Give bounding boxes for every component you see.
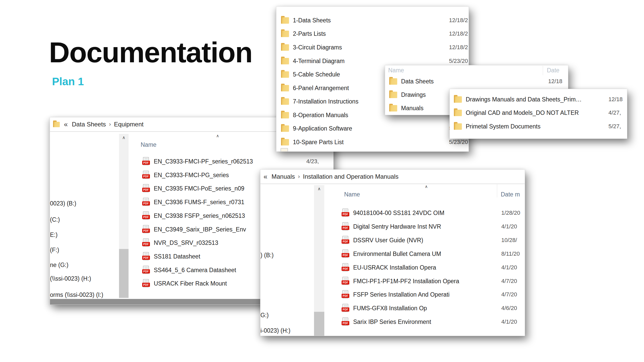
pdf-icon: PDF bbox=[342, 304, 349, 313]
folder-row[interactable]: 9-Application Software 5/ bbox=[281, 124, 469, 133]
folder-row[interactable]: Data Sheets 12/18 bbox=[389, 77, 568, 86]
folder-icon bbox=[389, 92, 397, 98]
date-modified: 5/23/20 bbox=[449, 58, 468, 64]
file-row[interactable]: PDF FMCI-PF1-PF1M-PF2 Installation Opera… bbox=[342, 277, 525, 286]
pdf-icon: PDF bbox=[142, 279, 150, 288]
vertical-scrollbar[interactable]: ∧ bbox=[314, 185, 324, 336]
name-column-header[interactable]: Name bbox=[344, 191, 360, 198]
date-modified: 4/6/20 bbox=[501, 305, 517, 312]
date-modified: 4/7/20 bbox=[501, 291, 517, 298]
pdf-icon: PDF bbox=[342, 249, 349, 258]
file-name: 940181004-00 SS181 24VDC OIM bbox=[353, 210, 444, 217]
folder-name: 8-Operation Manuals bbox=[293, 112, 348, 119]
sidebar-drive-item[interactable]: orms (\\ssi-0023) (I:) bbox=[50, 291, 103, 299]
vertical-scrollbar[interactable]: ∧ bbox=[119, 134, 129, 298]
breadcrumb-item[interactable]: Installation and Operation Manuals bbox=[303, 173, 399, 180]
date-modified: 12/18/2 bbox=[449, 44, 468, 51]
sidebar-drive-item[interactable]: i-0023) (H:) bbox=[260, 327, 290, 334]
folder-icon bbox=[281, 98, 289, 105]
folder-row[interactable]: Primetal System Documents 5/27, bbox=[454, 122, 627, 131]
folder-row[interactable]: 3-Circuit Diagrams 12/18/2 bbox=[281, 43, 469, 52]
pdf-icon: PDF bbox=[142, 171, 150, 179]
file-name: EN_C3935 FMCI-PoE_series_n09 bbox=[154, 185, 244, 192]
file-name: EU-USRACK Installation Opera bbox=[353, 264, 436, 271]
breadcrumb-back-icon[interactable]: « bbox=[264, 173, 267, 181]
file-row[interactable]: PDF FSFP Series Installation And Operati… bbox=[342, 290, 525, 299]
scrollbar-thumb[interactable] bbox=[50, 299, 269, 305]
sidebar-drive-item[interactable]: (F:) bbox=[50, 246, 59, 254]
file-row[interactable]: PDF DSSRV User Guide (NVR) 10/28/ bbox=[342, 236, 525, 245]
file-name: FUMS-GFX8 Installation Op bbox=[353, 305, 427, 312]
folder-icon bbox=[281, 71, 289, 78]
date-modified: 4/27, bbox=[608, 109, 621, 116]
pdf-icon: PDF bbox=[342, 317, 349, 326]
folder-icon bbox=[389, 78, 397, 85]
sidebar-drive-item[interactable]: (C:) bbox=[50, 216, 60, 223]
scroll-up-icon[interactable]: ∧ bbox=[119, 135, 129, 140]
folder-icon bbox=[389, 105, 397, 111]
file-row[interactable]: PDF Environmental Bullet Camera UM 8/11/… bbox=[342, 249, 525, 258]
file-row[interactable]: PDF FUMS-GFX8 Installation Op 4/6/20 bbox=[342, 304, 525, 313]
folder-icon bbox=[281, 112, 289, 118]
date-modified: 1/28/20 bbox=[501, 210, 520, 216]
name-column-header[interactable]: Name bbox=[388, 67, 404, 74]
pdf-icon: PDF bbox=[142, 157, 150, 166]
date-column-header[interactable]: Date m bbox=[501, 191, 520, 198]
sort-asc-icon: ∧ bbox=[216, 133, 219, 138]
folder-name: 7-Installation Instructions bbox=[293, 98, 358, 105]
file-name: EN_C3936 FUMS-F_series_r0731 bbox=[154, 199, 244, 206]
folder-row[interactable]: 4-Terminal Diagram 5/23/20 bbox=[281, 56, 469, 66]
pdf-icon: PDF bbox=[142, 225, 150, 234]
scrollbar-thumb[interactable] bbox=[119, 249, 129, 298]
folder-icon bbox=[53, 122, 60, 127]
folder-row[interactable]: 2-Parts Lists 12/18/2 bbox=[281, 29, 469, 38]
folder-icon bbox=[281, 31, 289, 37]
pdf-icon: PDF bbox=[142, 184, 150, 193]
file-name: SS464_5_6 Camera Datasheet bbox=[154, 267, 236, 274]
file-row[interactable]: PDF 940181004-00 SS181 24VDC OIM 1/28/20 bbox=[342, 208, 525, 218]
file-row[interactable]: PDF EN_C3933-FMCI-PF_series_r062513 4/23… bbox=[142, 157, 333, 166]
date-modified: 12/18/2 bbox=[449, 30, 468, 37]
scroll-up-icon[interactable]: ∧ bbox=[314, 186, 324, 192]
folder-icon bbox=[454, 123, 462, 130]
folder-row[interactable]: 10-Spare Parts List 5/23/20 bbox=[281, 137, 469, 147]
date-modified: 10/28/ bbox=[501, 237, 517, 244]
window-manuals: « Manuals › Installation and Operation M… bbox=[260, 169, 525, 336]
pdf-icon: PDF bbox=[142, 238, 150, 247]
file-row[interactable]: PDF Sarix IBP Series Environment 4/1/20 bbox=[342, 317, 525, 326]
breadcrumb-item[interactable]: Manuals bbox=[272, 173, 295, 180]
folder-row[interactable]: Drawings Manuals and Data Sheets_Prim… 1… bbox=[454, 95, 627, 104]
sidebar-drive-item[interactable]: ) (B:) bbox=[260, 251, 274, 259]
sort-asc-icon: ∧ bbox=[425, 184, 428, 189]
breadcrumb-back-icon[interactable]: « bbox=[64, 120, 68, 128]
file-row[interactable]: PDF Digital Sentry Hardware Inst NVR 4/1… bbox=[342, 222, 525, 231]
breadcrumb-item[interactable]: Data Sheets bbox=[72, 121, 106, 128]
date-column-header[interactable]: Date bbox=[547, 67, 560, 74]
scrollbar-thumb[interactable] bbox=[314, 312, 324, 336]
pdf-icon: PDF bbox=[342, 263, 349, 272]
folder-name: 4-Terminal Diagram bbox=[293, 58, 345, 65]
chevron-right-icon: › bbox=[298, 173, 300, 180]
sidebar-drive-item[interactable]: 0023) (B:) bbox=[50, 200, 76, 207]
file-row[interactable]: PDF EU-USRACK Installation Opera 4/1/20 bbox=[342, 263, 525, 272]
window-primetal-folders: Drawings Manuals and Data Sheets_Prim… 1… bbox=[450, 89, 627, 139]
folder-icon bbox=[281, 125, 289, 132]
sidebar-drive-item[interactable]: (\\ssi-0023) (H:) bbox=[50, 275, 91, 282]
file-name: EN_C3933-FMCI-PF_series_r062513 bbox=[154, 158, 253, 165]
date-modified: 5/23/20 bbox=[449, 139, 468, 145]
sidebar-drive-item[interactable]: ne (G:) bbox=[50, 261, 69, 269]
date-modified: 12/18/2 bbox=[449, 17, 468, 24]
sidebar-drive-item[interactable]: E:) bbox=[50, 231, 57, 239]
folder-icon bbox=[281, 44, 289, 51]
folder-row[interactable]: 1-Data Sheets 12/18/2 bbox=[281, 16, 469, 25]
breadcrumb-item[interactable]: Equipment bbox=[114, 121, 143, 128]
folder-name: 10-Spare Parts List bbox=[293, 139, 344, 146]
name-column-header[interactable]: Name bbox=[141, 141, 156, 148]
file-name: EN_C3949_Sarix_IBP_Series_Env bbox=[154, 226, 246, 233]
column-divider bbox=[543, 66, 543, 75]
sidebar-drive-item[interactable]: G:) bbox=[260, 311, 269, 319]
folder-name: 3-Circuit Diagrams bbox=[293, 44, 342, 51]
folder-icon bbox=[454, 96, 462, 103]
folder-icon bbox=[281, 85, 289, 91]
folder-row[interactable]: Original CAD and Models_DO NOT ALTER 4/2… bbox=[454, 108, 627, 117]
